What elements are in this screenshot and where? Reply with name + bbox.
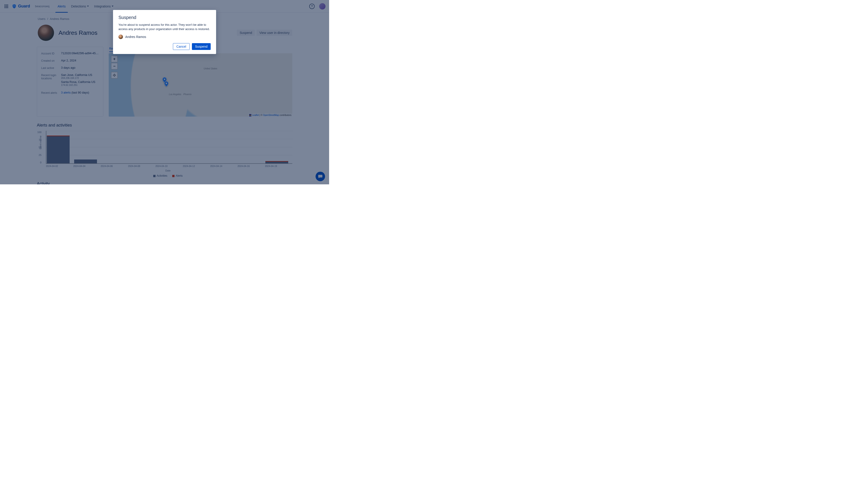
modal-title: Suspend [119, 15, 211, 20]
modal-user-name: Andres Ramos [125, 35, 146, 39]
confirm-suspend-button[interactable]: Suspend [192, 43, 211, 50]
cancel-button[interactable]: Cancel [173, 43, 190, 50]
modal-user-row: Andres Ramos [119, 35, 211, 39]
modal-body: You're about to suspend access for this … [119, 23, 211, 31]
modal-user-avatar [119, 35, 123, 39]
suspend-modal: Suspend You're about to suspend access f… [113, 10, 216, 54]
